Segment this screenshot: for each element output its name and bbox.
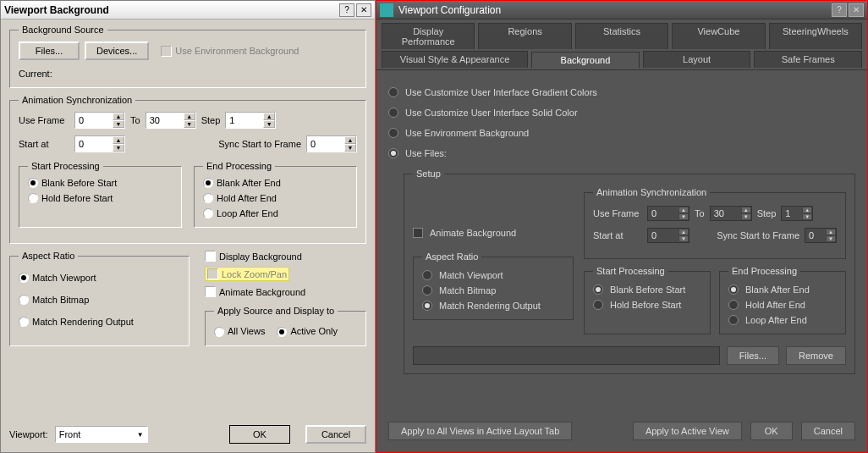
sync-start-spinner[interactable]: 0▲▼	[805, 228, 837, 243]
match-rendering-radio[interactable]	[422, 301, 432, 311]
animation-sync-group: Animation Synchronization Use Frame 0▲▼ …	[584, 187, 846, 259]
end-processing-group: End Processing Blank After End Hold Afte…	[719, 266, 846, 334]
tab-steeringwheels[interactable]: SteeringWheels	[769, 23, 862, 49]
end-processing-group: End Processing Blank After End Hold Afte…	[194, 161, 357, 228]
display-background-checkbox[interactable]	[205, 251, 216, 262]
current-label: Current:	[19, 69, 357, 79]
tab-viewcube[interactable]: ViewCube	[672, 23, 765, 49]
viewport-configuration-dialog: Viewport Configuration ? ✕ Display Perfo…	[376, 0, 868, 453]
use-env-checkbox[interactable]	[161, 46, 172, 57]
start-processing-group: Start Processing Blank Before Start Hold…	[19, 161, 182, 228]
cancel-button[interactable]: Cancel	[305, 425, 366, 444]
use-frame-spinner[interactable]: 0▲▼	[647, 206, 689, 221]
viewport-label: Viewport:	[9, 429, 48, 439]
remove-button[interactable]: Remove	[786, 346, 846, 365]
dialog-title: Viewport Configuration	[398, 4, 830, 16]
animate-background-checkbox[interactable]	[413, 228, 423, 238]
tab-visual-style[interactable]: Visual Style & Appearance	[382, 51, 528, 68]
background-source-group: Background Source Files... Devices... Us…	[9, 25, 366, 88]
aspect-ratio-group: Aspect Ratio Match Viewport Match Bitmap…	[9, 251, 190, 346]
ok-button[interactable]: OK	[229, 425, 290, 444]
devices-button[interactable]: Devices...	[85, 41, 149, 60]
match-bitmap-radio[interactable]	[19, 295, 29, 305]
group-legend: Background Source	[19, 25, 107, 35]
sync-start-spinner[interactable]: 0▲▼	[306, 135, 357, 152]
blank-before-radio[interactable]	[28, 178, 38, 188]
blank-before-radio[interactable]	[593, 285, 603, 295]
tab-regions[interactable]: Regions	[478, 23, 571, 49]
tab-statistics[interactable]: Statistics	[575, 23, 668, 49]
chevron-down-icon: ▼	[113, 120, 124, 128]
step-spinner[interactable]: 1▲▼	[781, 206, 813, 221]
match-viewport-radio[interactable]	[19, 273, 29, 283]
viewport-background-dialog: Viewport Background ? ✕ Background Sourc…	[0, 0, 376, 453]
tab-background[interactable]: Background	[531, 52, 640, 69]
dialog-footer: Apply to All Views in Active Layout Tab …	[376, 413, 867, 452]
to-spinner[interactable]: 30▲▼	[710, 206, 752, 221]
aspect-ratio-group: Aspect Ratio Match Viewport Match Bitmap…	[413, 251, 574, 320]
start-at-spinner[interactable]: 0▲▼	[647, 228, 689, 243]
match-rendering-radio[interactable]	[19, 317, 29, 327]
dialog-footer: Viewport: Front ▼ OK Cancel	[1, 420, 375, 452]
help-icon[interactable]: ?	[339, 3, 354, 17]
sync-start-label: Sync Start to Frame	[218, 139, 301, 149]
use-files-radio[interactable]	[388, 148, 398, 158]
viewport-select[interactable]: Front ▼	[55, 426, 148, 443]
step-label: Step	[201, 115, 221, 125]
animate-background-checkbox[interactable]	[205, 286, 216, 297]
close-icon[interactable]: ✕	[356, 3, 371, 17]
help-icon[interactable]: ?	[832, 3, 847, 17]
blank-after-radio[interactable]	[728, 285, 739, 295]
tab-safe-frames[interactable]: Safe Frames	[754, 51, 862, 68]
apply-all-button[interactable]: Apply to All Views in Active Layout Tab	[388, 422, 572, 440]
step-spinner[interactable]: 1▲▼	[225, 112, 276, 129]
use-frame-spinner[interactable]: 0▲▼	[74, 112, 125, 129]
env-background-radio[interactable]	[388, 128, 398, 138]
titlebar: Viewport Configuration ? ✕	[376, 1, 867, 19]
apply-source-group: Apply Source and Display to All Views Ac…	[205, 306, 366, 346]
dialog-body: Use Customize User Interface Gradient Co…	[376, 69, 867, 413]
chevron-down-icon: ▼	[137, 431, 144, 439]
to-spinner[interactable]: 30▲▼	[146, 112, 196, 129]
match-bitmap-radio[interactable]	[422, 285, 432, 296]
use-env-label: Use Environment Background	[175, 46, 299, 56]
file-path-input[interactable]	[413, 346, 720, 365]
start-at-spinner[interactable]: 0▲▼	[74, 135, 125, 152]
hold-after-radio[interactable]	[728, 300, 739, 310]
files-button[interactable]: Files...	[727, 346, 779, 365]
tab-bar: Display Performance Regions Statistics V…	[376, 19, 867, 69]
all-views-radio[interactable]	[214, 327, 224, 337]
loop-after-radio[interactable]	[203, 208, 213, 218]
cancel-button[interactable]: Cancel	[801, 422, 855, 440]
group-legend: Animation Synchronization	[19, 95, 135, 105]
gradient-colors-radio[interactable]	[388, 87, 398, 97]
hold-before-radio[interactable]	[28, 193, 38, 203]
use-frame-label: Use Frame	[19, 115, 69, 125]
close-icon[interactable]: ✕	[849, 3, 864, 17]
start-processing-group: Start Processing Blank Before Start Hold…	[584, 266, 711, 334]
tab-layout[interactable]: Layout	[643, 51, 751, 68]
to-label: To	[130, 115, 140, 125]
dialog-body: Background Source Files... Devices... Us…	[1, 19, 375, 420]
hold-after-radio[interactable]	[203, 193, 213, 203]
loop-after-radio[interactable]	[728, 315, 739, 325]
match-viewport-radio[interactable]	[422, 270, 432, 280]
files-button[interactable]: Files...	[19, 41, 80, 60]
solid-color-radio[interactable]	[388, 108, 398, 118]
ok-button[interactable]: OK	[750, 422, 793, 440]
setup-group: Setup Animate Background Aspect Ratio Ma…	[404, 168, 855, 374]
start-at-label: Start at	[19, 139, 69, 149]
animation-sync-group: Animation Synchronization Use Frame 0▲▼ …	[9, 95, 366, 244]
active-only-radio[interactable]	[277, 327, 287, 337]
chevron-up-icon: ▲	[113, 113, 124, 120]
tab-display-performance[interactable]: Display Performance	[382, 23, 475, 49]
app-icon	[380, 3, 393, 17]
lock-zoom-pan-checkbox[interactable]	[207, 268, 218, 279]
apply-active-button[interactable]: Apply to Active View	[633, 422, 742, 440]
titlebar: Viewport Background ? ✕	[1, 1, 375, 19]
hold-before-radio[interactable]	[593, 300, 603, 310]
dialog-title: Viewport Background	[4, 4, 338, 16]
blank-after-radio[interactable]	[203, 178, 213, 188]
